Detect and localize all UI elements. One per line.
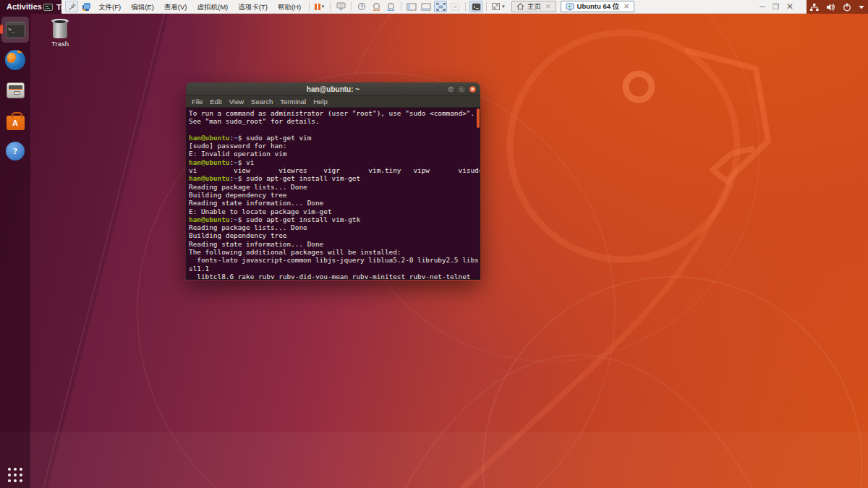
vmware-menu-item[interactable]: 编辑(E): [126, 1, 159, 13]
maximize-button[interactable]: ❐: [458, 85, 466, 93]
dock: >_ A ?: [0, 14, 30, 488]
terminal-body: To run a command as administrator (user …: [186, 108, 480, 280]
library-panel-icon[interactable]: [405, 1, 418, 12]
terminal-titlebar[interactable]: han@ubuntu: ~ ─ ❐ ✕: [186, 82, 480, 96]
terminal-line: libtcl8.6 rake ruby ruby-did-you-mean ru…: [189, 273, 480, 280]
terminal-menu-item[interactable]: Terminal: [276, 98, 310, 106]
terminal-line: Reading package lists... Done: [189, 223, 480, 231]
volume-icon[interactable]: [826, 3, 835, 12]
close-button[interactable]: ✕: [469, 85, 477, 93]
dock-item-files[interactable]: [1, 77, 29, 103]
desktop: Activities Ter: [0, 0, 868, 488]
terminal-app-icon: [43, 4, 53, 11]
terminal-line: See "man sudo_root" for details.: [189, 117, 480, 125]
terminal-line: Building dependency tree: [189, 231, 480, 239]
terminal-line: Building dependency tree: [189, 191, 480, 199]
toolbar-separator: [351, 2, 352, 11]
dock-item-terminal[interactable]: >_: [1, 17, 29, 43]
trash-icon: [53, 21, 67, 38]
terminal-line: han@ubuntu:~$ sudo apt-get install vim-g…: [189, 215, 480, 223]
terminal-window: han@ubuntu: ~ ─ ❐ ✕ FileEditViewSearchTe…: [186, 82, 480, 281]
close-icon[interactable]: ✕: [545, 3, 551, 10]
close-icon[interactable]: ✕: [624, 3, 629, 10]
minimize-button[interactable]: ─: [760, 3, 765, 11]
terminal-line: han@ubuntu:~$ sudo apt-get install vim-g…: [189, 174, 480, 182]
tab-home[interactable]: 主页 ✕: [511, 1, 556, 12]
vmware-toolbar: 文件(F)编辑(E)查看(V)虚拟机(M)选项卡(T)帮助(H) ▼: [61, 0, 807, 14]
terminal-output: To run a command as administrator (user …: [189, 109, 480, 280]
vmware-menu-item[interactable]: 选项卡(T): [233, 1, 273, 13]
toolbar-separator: [401, 2, 401, 11]
tab-home-label: 主页: [527, 2, 541, 12]
show-applications-button[interactable]: [0, 468, 30, 482]
toolbar-separator: [486, 2, 487, 11]
caret-down-icon: ▼: [501, 4, 506, 9]
terminal-line: [sudo] password for han:: [189, 142, 480, 150]
firefox-icon: [5, 50, 25, 70]
power-icon[interactable]: [843, 3, 851, 12]
vmware-menu-item[interactable]: 查看(V): [159, 1, 192, 13]
terminal-menu-item[interactable]: Edit: [206, 98, 225, 106]
pause-icon: [315, 4, 320, 10]
vmware-menu-bar: 文件(F)编辑(E)查看(V)虚拟机(M)选项卡(T)帮助(H): [93, 1, 306, 13]
terminal-line: fonts-lato javascript-common libjs-jquer…: [189, 256, 480, 264]
take-snapshot-icon[interactable]: [355, 1, 368, 12]
activities-button[interactable]: Activities: [7, 0, 42, 14]
toolbar-separator: [330, 2, 331, 11]
tab-ubuntu-vm-label: Ubuntu 64 位: [577, 2, 620, 12]
close-button[interactable]: ✕: [786, 3, 793, 11]
terminal-menu-item[interactable]: Search: [247, 98, 276, 106]
terminal-line: Reading state information... Done: [189, 199, 480, 207]
terminal-title: han@ubuntu: ~: [307, 85, 359, 93]
terminal-line: The following additional packages will b…: [189, 248, 480, 256]
minimize-button[interactable]: ─: [447, 85, 455, 93]
thumbnail-bar-icon[interactable]: [420, 1, 433, 12]
fit-guest-icon[interactable]: ▼: [490, 1, 506, 12]
restore-button[interactable]: ❐: [773, 3, 779, 11]
pause-vm-button[interactable]: ▼: [313, 1, 326, 12]
manage-snapshots-icon[interactable]: [384, 1, 397, 12]
terminal-menu-item[interactable]: File: [188, 98, 206, 106]
unity-mode-icon[interactable]: [448, 1, 461, 12]
dock-item-help[interactable]: ?: [1, 138, 29, 164]
trash-label: Trash: [45, 40, 75, 48]
home-icon: [516, 3, 524, 10]
toolbar-separator: [309, 2, 310, 11]
pin-icon[interactable]: [65, 1, 78, 12]
running-indicator: [0, 25, 3, 34]
terminal-line: E: Invalid operation vim: [189, 150, 480, 158]
dock-item-firefox[interactable]: [1, 47, 29, 73]
vm-screen-icon: [566, 3, 574, 11]
files-icon: [7, 82, 25, 98]
terminal-menu-item[interactable]: View: [226, 98, 247, 106]
ctrl-alt-del-icon[interactable]: [334, 1, 347, 12]
scrollbar-thumb[interactable]: [477, 108, 480, 128]
help-icon: ?: [6, 142, 25, 160]
vmware-menu-item[interactable]: 虚拟机(M): [192, 1, 233, 13]
tab-ubuntu-vm[interactable]: Ubuntu 64 位 ✕: [561, 1, 634, 12]
dock-item-ubuntu-software[interactable]: A: [1, 108, 29, 134]
trash-desktop-icon[interactable]: Trash: [45, 21, 75, 48]
app-grid-icon: [8, 468, 22, 482]
terminal-line: To run a command as administrator (user …: [189, 109, 480, 117]
system-tray[interactable]: [809, 0, 864, 14]
caret-down-icon: ▼: [321, 4, 326, 9]
terminal-line: han@ubuntu:~$ sudo apt-get vim: [189, 134, 480, 142]
fullscreen-icon[interactable]: [434, 1, 447, 12]
chevron-down-icon[interactable]: [859, 5, 864, 9]
terminal-line: Reading package lists... Done: [189, 183, 480, 191]
terminal-line: han@ubuntu:~$ vi: [189, 158, 480, 166]
ubuntu-software-icon: A: [7, 116, 25, 130]
terminal-icon: >_: [6, 22, 25, 38]
console-view-icon[interactable]: [469, 1, 482, 12]
vmware-logo-icon: [80, 1, 93, 12]
vmware-menu-item[interactable]: 文件(F): [93, 1, 126, 13]
terminal-line: [189, 126, 480, 134]
vmware-menu-item[interactable]: 帮助(H): [273, 1, 306, 13]
terminal-menu-item[interactable]: Help: [310, 98, 331, 106]
terminal-line: E: Unable to locate package vim-get: [189, 207, 480, 215]
terminal-line: Reading state information... Done: [189, 240, 480, 248]
revert-snapshot-icon[interactable]: [370, 1, 383, 12]
window-controls: ─ ❐ ✕: [760, 3, 793, 11]
network-icon[interactable]: [809, 3, 819, 12]
